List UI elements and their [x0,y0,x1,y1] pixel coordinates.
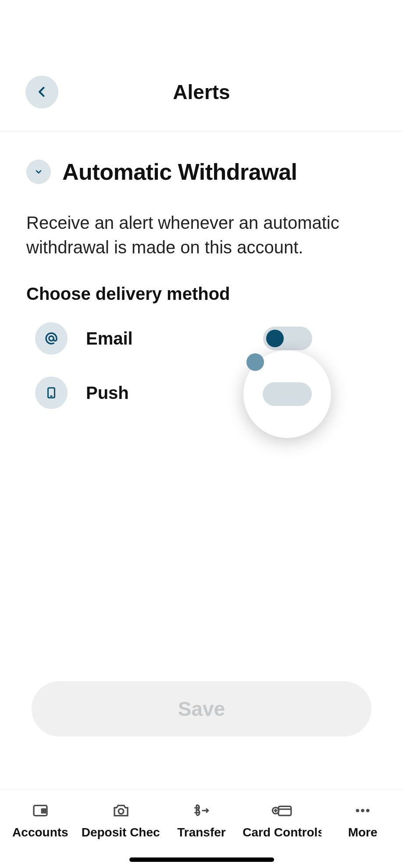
wallet-icon [32,802,49,819]
focus-highlight [243,350,331,438]
tab-label: More [348,825,378,840]
svg-point-13 [356,809,360,812]
section-description: Receive an alert whenever an automatic w… [26,210,373,260]
toggle-knob [246,353,264,371]
section-header[interactable]: Automatic Withdrawal [26,159,377,185]
tab-label: Accounts [12,825,68,840]
tab-label: Transfer [177,825,226,840]
push-option-row: Push [26,377,377,409]
tab-card-controls[interactable]: Card Controls [243,802,321,840]
email-toggle[interactable] [263,327,312,350]
tab-more[interactable]: More [323,802,402,840]
chevron-left-icon [36,84,48,100]
email-label: Email [86,329,133,349]
toggle-knob [266,330,284,347]
push-icon-circle [35,377,68,409]
svg-point-14 [361,809,364,812]
save-button[interactable]: Save [32,681,371,736]
svg-point-5 [43,811,44,812]
camera-icon [112,802,130,819]
collapse-button[interactable] [26,160,51,184]
chevron-down-icon [34,167,43,176]
svg-rect-8 [278,806,291,815]
transfer-icon [192,802,211,819]
svg-point-15 [366,809,370,812]
home-indicator[interactable] [129,857,274,862]
spacer [26,409,377,681]
page-title: Alerts [173,80,230,104]
more-icon [353,802,372,819]
tab-accounts[interactable]: Accounts [1,802,80,840]
tab-label: Deposit Check [82,825,160,840]
tab-transfer[interactable]: Transfer [162,802,241,840]
email-option-row: Email [26,322,377,355]
status-bar [0,0,403,53]
svg-point-6 [118,809,124,814]
push-label: Push [86,383,129,403]
tab-deposit-check[interactable]: Deposit Check [82,802,160,840]
header: Alerts [0,53,403,132]
card-plus-icon [271,802,292,819]
tab-label: Card Controls [243,825,321,840]
content: Automatic Withdrawal Receive an alert wh… [0,132,403,789]
back-button[interactable] [25,75,58,108]
push-toggle[interactable] [263,382,312,406]
delivery-method-label: Choose delivery method [26,284,377,304]
at-sign-icon [43,331,59,346]
section-title: Automatic Withdrawal [62,159,297,185]
email-icon-circle [35,322,68,355]
tab-bar: Accounts Deposit Check Transfer Card Con… [0,789,403,868]
phone-icon [45,385,58,401]
